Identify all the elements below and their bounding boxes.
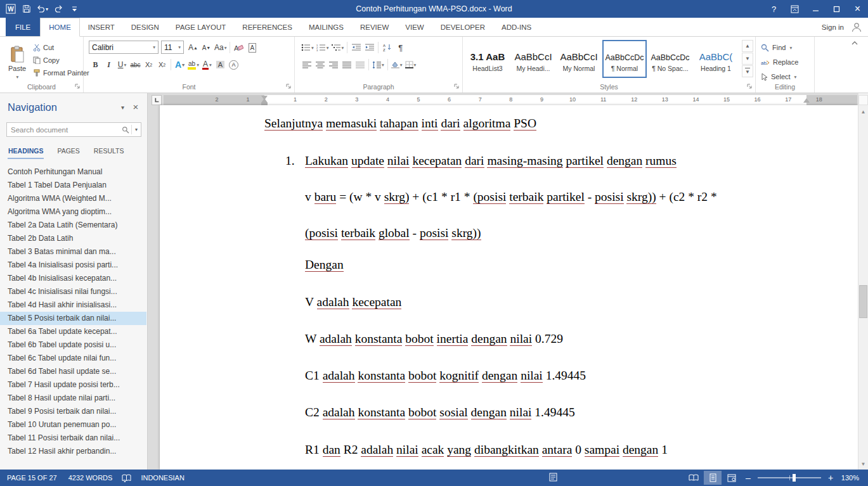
undo-dropdown-arrow[interactable]: ▾: [46, 6, 48, 12]
text-highlight-color-button[interactable]: ab▾: [186, 58, 200, 72]
nav-heading-item[interactable]: Contoh Perhitungan Manual: [0, 165, 146, 179]
ribbon-tab-design[interactable]: DESIGN: [123, 18, 167, 36]
align-center-button[interactable]: [313, 58, 327, 72]
styles-scroll-up-button[interactable]: ▲: [742, 40, 753, 52]
italic-button[interactable]: I: [102, 58, 115, 72]
search-input[interactable]: [7, 126, 122, 134]
decrease-indent-button[interactable]: [349, 41, 363, 54]
grow-font-button[interactable]: A▲: [186, 41, 200, 54]
scroll-up-arrow[interactable]: ▲: [858, 106, 868, 117]
shrink-font-button[interactable]: A▼: [200, 41, 213, 54]
user-avatar-icon[interactable]: [850, 21, 863, 34]
save-icon[interactable]: [19, 1, 34, 16]
justify-button[interactable]: [340, 58, 353, 72]
text-effects-button[interactable]: A▾: [173, 58, 186, 72]
align-left-button[interactable]: [300, 58, 313, 72]
increase-indent-button[interactable]: [363, 41, 376, 54]
ribbon-display-options-button[interactable]: [784, 0, 805, 18]
style-card-my-normal[interactable]: AaBbCcIMy Normal: [557, 40, 601, 78]
character-border-button[interactable]: A: [245, 41, 259, 54]
nav-heading-item[interactable]: Tabel 5 Posisi terbaik dan nilai...: [0, 312, 146, 325]
font-dialog-launcher[interactable]: [285, 82, 292, 90]
scrollbar-split-box[interactable]: [858, 95, 868, 105]
nav-heading-item[interactable]: Tabel 9 Posisi terbaik dan nilai...: [0, 405, 146, 418]
zoom-in-button[interactable]: +: [824, 473, 838, 483]
zoom-level[interactable]: 130%: [838, 474, 868, 482]
vertical-scrollbar[interactable]: ▲ ▼: [858, 93, 868, 470]
nav-heading-item[interactable]: Tabel 11 Posisi terbaik dan nilai...: [0, 432, 146, 445]
word-logo-icon[interactable]: W: [3, 1, 18, 16]
nav-heading-item[interactable]: Tabel 8 Hasil update nilai parti...: [0, 392, 146, 405]
nav-heading-item[interactable]: Tabel 6a Tabel update kecepat...: [0, 325, 146, 338]
styles-scroll-down-button[interactable]: ▼: [742, 53, 753, 65]
superscript-button[interactable]: X2: [155, 58, 169, 72]
sort-button[interactable]: AZ: [380, 41, 394, 54]
copy-button[interactable]: Copy: [33, 54, 60, 66]
nav-tab-pages[interactable]: PAGES: [56, 145, 80, 159]
paragraph-dialog-launcher[interactable]: [453, 82, 460, 90]
font-name-combo[interactable]: Calibri▾: [89, 41, 159, 54]
redo-button[interactable]: [51, 1, 66, 16]
nav-heading-item[interactable]: Tabel 1 Tabel Data Penjualan: [0, 179, 146, 192]
ribbon-tab-view[interactable]: VIEW: [397, 18, 432, 36]
close-button[interactable]: ×: [847, 0, 868, 18]
zoom-slider-thumb[interactable]: [793, 474, 796, 482]
nav-heading-item[interactable]: Tabel 6c Tabel update nilai fun...: [0, 352, 146, 365]
scrollbar-thumb[interactable]: [859, 285, 867, 318]
nav-heading-item[interactable]: Tabel 2a Data Latih (Sementara): [0, 219, 146, 232]
page-indicator[interactable]: PAGE 15 OF 27: [0, 474, 63, 482]
nav-heading-item[interactable]: Tabel 10 Urutan penemuan po...: [0, 418, 146, 432]
hanging-indent-marker[interactable]: [261, 98, 268, 103]
ribbon-tab-page-layout[interactable]: PAGE LAYOUT: [167, 18, 234, 36]
style-card--normal[interactable]: AaBbCcDc¶ Normal: [602, 40, 647, 78]
ribbon-tab-references[interactable]: REFERENCES: [234, 18, 301, 36]
subscript-button[interactable]: X2: [142, 58, 155, 72]
ribbon-tab-developer[interactable]: DEVELOPER: [432, 18, 493, 36]
distribute-button[interactable]: [353, 58, 366, 72]
font-color-button[interactable]: A▾: [200, 58, 214, 72]
ribbon-tab-home[interactable]: HOME: [40, 18, 80, 37]
ribbon-tab-review[interactable]: REVIEW: [352, 18, 397, 36]
nav-heading-item[interactable]: Tabel 12 Hasil akhir perbandin...: [0, 445, 146, 458]
replace-button[interactable]: ab Replace: [761, 56, 798, 68]
tab-selector[interactable]: [152, 95, 162, 105]
scroll-down-arrow[interactable]: ▼: [858, 459, 868, 470]
nav-tab-headings[interactable]: HEADINGS: [8, 145, 44, 159]
nav-heading-item[interactable]: Tabel 6d Tabel hasil update se...: [0, 365, 146, 378]
bold-button[interactable]: B: [89, 58, 102, 72]
nav-heading-item[interactable]: Algoritma WMA (Weighted M...: [0, 192, 146, 205]
nav-heading-item[interactable]: Tabel 4a Inisialisasi posisi parti...: [0, 259, 146, 272]
undo-button[interactable]: ▾: [35, 1, 50, 16]
underline-button[interactable]: U▾: [115, 58, 129, 72]
nav-heading-item[interactable]: Tabel 7 Hasil update posisi terb...: [0, 378, 146, 392]
show-formatting-marks-button[interactable]: ¶: [394, 41, 407, 54]
nav-heading-item[interactable]: Tabel 4b Inisialisasi kecepatan...: [0, 272, 146, 285]
select-button[interactable]: Select▾: [761, 71, 796, 82]
zoom-out-button[interactable]: –: [741, 473, 755, 483]
collapse-ribbon-button[interactable]: [849, 37, 860, 48]
customize-quick-access-arrow[interactable]: [67, 1, 82, 16]
align-right-button[interactable]: [327, 58, 340, 72]
style-card-heading-1[interactable]: AaBbC(Heading 1: [694, 40, 738, 78]
borders-button[interactable]: ▾: [404, 58, 418, 72]
language-indicator[interactable]: INDONESIAN: [135, 474, 190, 482]
enclose-characters-button[interactable]: A: [227, 58, 240, 72]
character-shading-button[interactable]: A: [214, 58, 227, 72]
search-icon[interactable]: [122, 126, 129, 134]
find-button[interactable]: Find▾: [761, 42, 792, 53]
bullets-button[interactable]: ▾: [300, 41, 315, 54]
clear-formatting-button[interactable]: A: [232, 41, 245, 54]
minimize-button[interactable]: [805, 0, 826, 18]
maximize-button[interactable]: [826, 0, 847, 18]
numbering-button[interactable]: 123▾: [315, 41, 330, 54]
ribbon-tab-file[interactable]: FILE: [6, 18, 40, 36]
style-card-headlist3[interactable]: 3.1 AaBHeadList3: [465, 40, 510, 78]
nav-heading-item[interactable]: Tabel 3 Batas minimal dan ma...: [0, 245, 146, 259]
styles-more-button[interactable]: ▼: [742, 65, 753, 77]
ribbon-tab-mailings[interactable]: MAILINGS: [301, 18, 352, 36]
ribbon-tab-insert[interactable]: INSERT: [80, 18, 123, 36]
right-indent-marker[interactable]: [803, 98, 810, 103]
sign-in-link[interactable]: Sign in: [822, 23, 844, 31]
ribbon-tab-add-ins[interactable]: ADD-INS: [493, 18, 540, 36]
print-layout-button[interactable]: [704, 471, 722, 485]
